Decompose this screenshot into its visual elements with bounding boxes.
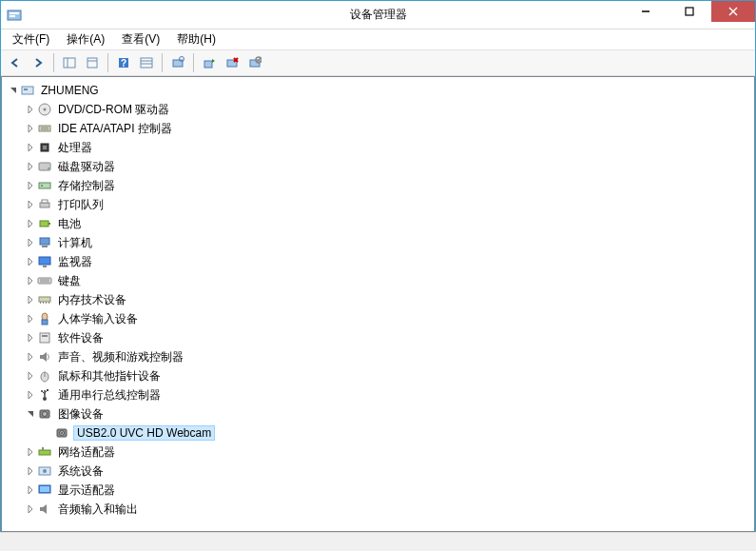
tree-category-14[interactable]: 鼠标和其他指针设备 bbox=[4, 366, 752, 385]
show-hide-tree-button[interactable] bbox=[59, 52, 80, 73]
expand-arrow-icon[interactable] bbox=[25, 218, 36, 229]
menu-help[interactable]: 帮助(H) bbox=[169, 30, 223, 49]
help-button[interactable]: ? bbox=[113, 52, 134, 73]
expand-arrow-icon[interactable] bbox=[25, 237, 36, 248]
usb-icon bbox=[37, 387, 52, 403]
uninstall-button[interactable] bbox=[222, 52, 242, 73]
tree-category-12[interactable]: 软件设备 bbox=[4, 328, 752, 347]
scan-hardware-button[interactable] bbox=[167, 52, 188, 73]
maximize-button[interactable] bbox=[668, 1, 711, 22]
tree-category-15[interactable]: 通用串行总线控制器 bbox=[4, 385, 752, 404]
tree-node-label: 网络适配器 bbox=[56, 444, 117, 461]
battery-icon bbox=[37, 216, 52, 231]
tree-category-7[interactable]: 计算机 bbox=[4, 233, 752, 252]
expand-arrow-icon[interactable] bbox=[25, 161, 36, 172]
tree-category-13[interactable]: 声音、视频和游戏控制器 bbox=[4, 347, 752, 366]
expand-arrow-icon[interactable] bbox=[25, 180, 36, 191]
statusbar bbox=[0, 532, 756, 551]
expand-arrow-icon[interactable] bbox=[25, 465, 36, 477]
svg-point-60 bbox=[43, 397, 47, 401]
audio-icon bbox=[37, 502, 52, 517]
tree-node-label: 监视器 bbox=[56, 254, 94, 270]
expand-arrow-icon[interactable] bbox=[25, 484, 36, 496]
system-icon bbox=[37, 463, 52, 479]
close-button[interactable] bbox=[711, 1, 755, 22]
tree-node-label: 系统设备 bbox=[56, 463, 106, 480]
tree-node-label: 内存技术设备 bbox=[56, 292, 128, 308]
image-icon bbox=[37, 406, 52, 422]
tree-category-19[interactable]: 显示适配器 bbox=[4, 481, 752, 500]
svg-rect-9 bbox=[87, 58, 97, 68]
menu-view[interactable]: 查看(V) bbox=[114, 30, 167, 49]
tree-category-4[interactable]: 存储控制器 bbox=[4, 176, 752, 195]
expand-arrow-icon[interactable] bbox=[25, 123, 36, 134]
svg-rect-13 bbox=[141, 58, 152, 68]
tree-category-5[interactable]: 打印队列 bbox=[4, 195, 752, 214]
disk-icon bbox=[37, 159, 52, 174]
computer-icon bbox=[37, 235, 52, 250]
tree-category-17[interactable]: 网络适配器 bbox=[4, 443, 752, 462]
disable-button[interactable] bbox=[244, 52, 265, 73]
back-button[interactable] bbox=[5, 52, 26, 73]
svg-rect-18 bbox=[204, 61, 212, 68]
expand-arrow-icon[interactable] bbox=[25, 275, 36, 286]
expand-arrow-icon[interactable] bbox=[25, 332, 36, 344]
tree-category-11[interactable]: 人体学输入设备 bbox=[4, 309, 752, 328]
monitor-icon bbox=[37, 254, 52, 269]
update-driver-button[interactable] bbox=[199, 52, 220, 73]
tree-category-1[interactable]: IDE ATA/ATAPI 控制器 bbox=[4, 119, 752, 138]
svg-rect-4 bbox=[686, 8, 693, 15]
toolbar-separator bbox=[53, 53, 54, 72]
tree-node-label: 软件设备 bbox=[56, 330, 106, 346]
tree-category-20[interactable]: 音频输入和输出 bbox=[4, 500, 752, 519]
expand-arrow-icon[interactable] bbox=[25, 446, 36, 458]
expand-arrow-icon[interactable] bbox=[25, 256, 36, 267]
menu-file[interactable]: 文件(F) bbox=[5, 30, 57, 49]
sound-icon bbox=[37, 349, 52, 364]
tree-category-9[interactable]: 键盘 bbox=[4, 271, 752, 290]
expand-arrow-icon[interactable] bbox=[25, 389, 36, 401]
tree-node-label: 图像设备 bbox=[56, 406, 106, 423]
expand-arrow-icon[interactable] bbox=[25, 142, 36, 153]
printer-icon bbox=[37, 197, 52, 212]
menu-action[interactable]: 操作(A) bbox=[59, 30, 112, 49]
tree-node-label: USB2.0 UVC HD Webcam bbox=[73, 425, 215, 441]
expand-arrow-icon[interactable] bbox=[25, 503, 36, 515]
svg-rect-45 bbox=[43, 266, 47, 267]
tree-category-8[interactable]: 监视器 bbox=[4, 252, 752, 271]
properties-button[interactable] bbox=[82, 52, 103, 73]
svg-rect-7 bbox=[64, 58, 75, 68]
tree-category-18[interactable]: 系统设备 bbox=[4, 462, 752, 481]
tree-category-2[interactable]: 处理器 bbox=[4, 138, 752, 157]
tree-device-16-0[interactable]: USB2.0 UVC HD Webcam bbox=[4, 423, 752, 443]
svg-rect-43 bbox=[42, 246, 48, 247]
toolbar-separator bbox=[107, 53, 108, 72]
display-icon bbox=[37, 482, 52, 498]
action-detail-button[interactable] bbox=[136, 52, 157, 73]
tree-panel[interactable]: ZHUMENGDVD/CD-ROM 驱动器IDE ATA/ATAPI 控制器处理… bbox=[1, 76, 755, 532]
tree-category-6[interactable]: 电池 bbox=[4, 214, 752, 233]
svg-rect-49 bbox=[39, 297, 50, 302]
tree-category-16[interactable]: 图像设备 bbox=[4, 404, 752, 423]
expand-arrow-icon[interactable] bbox=[25, 104, 36, 115]
tree-category-3[interactable]: 磁盘驱动器 bbox=[4, 157, 752, 176]
webcam-icon bbox=[54, 425, 69, 441]
expand-arrow-icon[interactable] bbox=[25, 370, 36, 382]
toolbar-separator bbox=[162, 53, 163, 72]
tree-root[interactable]: ZHUMENG bbox=[4, 81, 752, 100]
svg-rect-65 bbox=[47, 389, 48, 391]
expand-arrow-icon[interactable] bbox=[25, 199, 36, 210]
expand-arrow-icon[interactable] bbox=[8, 85, 19, 96]
tree-category-0[interactable]: DVD/CD-ROM 驱动器 bbox=[4, 100, 752, 119]
svg-rect-44 bbox=[39, 257, 50, 265]
expand-arrow-icon[interactable] bbox=[25, 351, 36, 363]
expand-arrow-icon[interactable] bbox=[25, 408, 36, 420]
tree-category-10[interactable]: 内存技术设备 bbox=[4, 290, 752, 309]
forward-button[interactable] bbox=[28, 52, 48, 73]
svg-rect-33 bbox=[43, 146, 47, 149]
tree-node-label: 磁盘驱动器 bbox=[56, 159, 117, 175]
minimize-button[interactable] bbox=[624, 1, 668, 22]
expand-arrow-icon[interactable] bbox=[25, 313, 36, 325]
expand-arrow-icon[interactable] bbox=[25, 294, 36, 305]
svg-point-35 bbox=[48, 167, 49, 169]
